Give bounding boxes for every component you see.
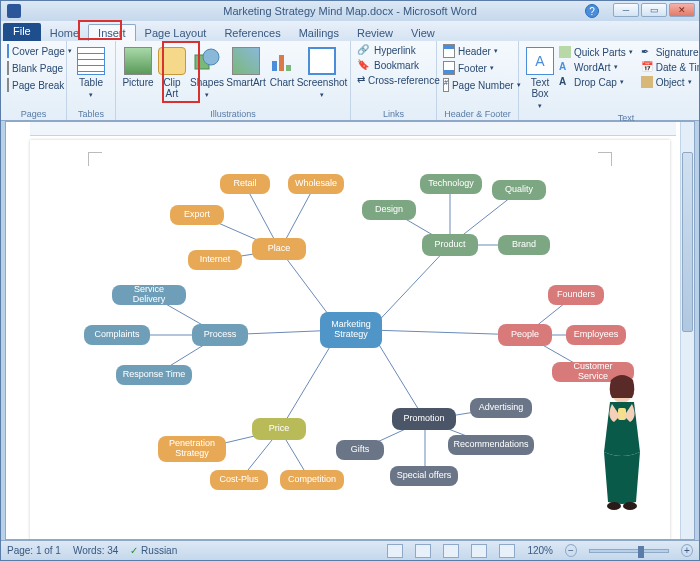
ribbon: Cover Page ▾ Blank Page Page Break Pages… bbox=[1, 41, 699, 121]
vertical-scrollbar[interactable] bbox=[680, 122, 694, 539]
group-pages: Cover Page ▾ Blank Page Page Break Pages bbox=[1, 41, 67, 120]
scrollbar-thumb[interactable] bbox=[682, 152, 693, 332]
node-export[interactable]: Export bbox=[170, 205, 224, 225]
quickparts-button[interactable]: Quick Parts ▾ bbox=[557, 45, 635, 59]
node-promotion[interactable]: Promotion bbox=[392, 408, 456, 430]
cover-page-button[interactable]: Cover Page ▾ bbox=[5, 43, 62, 59]
maximize-button[interactable]: ▭ bbox=[641, 3, 667, 17]
group-links: 🔗Hyperlink 🔖Bookmark ⇄Cross-reference Li… bbox=[351, 41, 437, 120]
svg-rect-4 bbox=[286, 65, 291, 71]
node-tech[interactable]: Technology bbox=[420, 174, 482, 194]
tab-references[interactable]: References bbox=[215, 25, 289, 41]
shapes-icon bbox=[193, 47, 221, 75]
wordart-button[interactable]: AWordArt ▾ bbox=[557, 60, 635, 74]
node-competition[interactable]: Competition bbox=[280, 470, 344, 490]
minimize-button[interactable]: ─ bbox=[613, 3, 639, 17]
table-button[interactable]: Table▾ bbox=[71, 43, 111, 101]
chart-button[interactable]: Chart bbox=[266, 43, 298, 101]
view-print-button[interactable] bbox=[387, 544, 403, 558]
zoom-in-button[interactable]: + bbox=[681, 544, 693, 557]
page-break-button[interactable]: Page Break bbox=[5, 77, 62, 93]
node-people[interactable]: People bbox=[498, 324, 552, 346]
clipart-icon bbox=[158, 47, 186, 75]
tab-insert[interactable]: Insert bbox=[88, 24, 136, 41]
datetime-button[interactable]: 📅Date & Time bbox=[639, 60, 700, 74]
blank-page-button[interactable]: Blank Page bbox=[5, 60, 62, 76]
svg-point-34 bbox=[607, 502, 621, 510]
status-words[interactable]: Words: 34 bbox=[73, 545, 118, 556]
document-canvas[interactable]: Marketing Strategy Place Export Retail W… bbox=[5, 121, 695, 540]
zoom-out-button[interactable]: − bbox=[565, 544, 577, 557]
group-tables: Table▾ Tables bbox=[67, 41, 116, 120]
clipart-button[interactable]: Clip Art bbox=[156, 43, 188, 101]
node-founders[interactable]: Founders bbox=[548, 285, 604, 305]
clipart-woman[interactable] bbox=[592, 372, 652, 512]
svg-rect-2 bbox=[272, 61, 277, 71]
view-outline-button[interactable] bbox=[471, 544, 487, 558]
textbox-button[interactable]: AText Box▾ bbox=[523, 43, 557, 112]
header-button[interactable]: Header ▾ bbox=[441, 43, 514, 59]
tab-pagelayout[interactable]: Page Layout bbox=[136, 25, 216, 41]
bookmark-icon: 🔖 bbox=[357, 59, 371, 71]
ruler[interactable] bbox=[30, 122, 676, 136]
node-product[interactable]: Product bbox=[422, 234, 478, 256]
dropcap-icon: A bbox=[559, 76, 571, 88]
tab-review[interactable]: Review bbox=[348, 25, 402, 41]
node-resptime[interactable]: Response Time bbox=[116, 365, 192, 385]
titlebar: Marketing Strategy Mind Map.docx - Micro… bbox=[1, 1, 699, 21]
node-advertising[interactable]: Advertising bbox=[470, 398, 532, 418]
node-costplus[interactable]: Cost-Plus bbox=[210, 470, 268, 490]
node-process[interactable]: Process bbox=[192, 324, 248, 346]
screenshot-button[interactable]: Screenshot▾ bbox=[298, 43, 346, 101]
node-wholesale[interactable]: Wholesale bbox=[288, 174, 344, 194]
footer-button[interactable]: Footer ▾ bbox=[441, 60, 514, 76]
group-header-footer: Header ▾ Footer ▾ #Page Number ▾ Header … bbox=[437, 41, 519, 120]
node-gifts[interactable]: Gifts bbox=[336, 440, 384, 460]
view-web-button[interactable] bbox=[443, 544, 459, 558]
smartart-button[interactable]: SmartArt bbox=[226, 43, 266, 101]
status-page[interactable]: Page: 1 of 1 bbox=[7, 545, 61, 556]
break-icon bbox=[7, 78, 9, 92]
help-icon[interactable]: ? bbox=[585, 4, 599, 18]
node-internet[interactable]: Internet bbox=[188, 250, 242, 270]
bookmark-button[interactable]: 🔖Bookmark bbox=[355, 58, 432, 72]
shapes-button[interactable]: Shapes ▾ bbox=[188, 43, 226, 101]
tab-file[interactable]: File bbox=[3, 23, 41, 41]
tab-home[interactable]: Home bbox=[41, 25, 88, 41]
picture-button[interactable]: Picture bbox=[120, 43, 156, 101]
crossref-button[interactable]: ⇄Cross-reference bbox=[355, 73, 432, 87]
node-recommend[interactable]: Recommendations bbox=[448, 435, 534, 455]
zoom-thumb[interactable] bbox=[638, 546, 644, 558]
page-icon bbox=[7, 44, 9, 58]
node-complaints[interactable]: Complaints bbox=[84, 325, 150, 345]
object-button[interactable]: Object ▾ bbox=[639, 75, 700, 89]
pagenumber-button[interactable]: #Page Number ▾ bbox=[441, 77, 514, 93]
sigline-button[interactable]: ✒Signature Line ▾ bbox=[639, 45, 700, 59]
svg-point-1 bbox=[203, 49, 219, 65]
close-button[interactable]: ✕ bbox=[669, 3, 695, 17]
node-penstrat[interactable]: Penetration Strategy bbox=[158, 436, 226, 462]
quickparts-icon bbox=[559, 46, 571, 58]
node-center[interactable]: Marketing Strategy bbox=[320, 312, 382, 348]
dropcap-button[interactable]: ADrop Cap ▾ bbox=[557, 75, 635, 89]
svg-rect-33 bbox=[618, 408, 626, 420]
node-brand[interactable]: Brand bbox=[498, 235, 550, 255]
status-zoom[interactable]: 120% bbox=[527, 545, 553, 556]
node-quality[interactable]: Quality bbox=[492, 180, 546, 200]
tab-view[interactable]: View bbox=[402, 25, 444, 41]
hyperlink-button[interactable]: 🔗Hyperlink bbox=[355, 43, 432, 57]
node-place[interactable]: Place bbox=[252, 238, 306, 260]
document-title: Marketing Strategy Mind Map.docx - Micro… bbox=[223, 5, 477, 17]
document-page[interactable]: Marketing Strategy Place Export Retail W… bbox=[30, 140, 670, 540]
view-draft-button[interactable] bbox=[499, 544, 515, 558]
view-fullscreen-button[interactable] bbox=[415, 544, 431, 558]
node-special[interactable]: Special offers bbox=[390, 466, 458, 486]
node-price[interactable]: Price bbox=[252, 418, 306, 440]
node-employees[interactable]: Employees bbox=[566, 325, 626, 345]
status-lang[interactable]: ✓ Russian bbox=[130, 545, 177, 556]
node-design[interactable]: Design bbox=[362, 200, 416, 220]
zoom-slider[interactable] bbox=[589, 549, 669, 553]
node-servicedel[interactable]: Service Delivery bbox=[112, 285, 186, 305]
node-retail[interactable]: Retail bbox=[220, 174, 270, 194]
tab-mailings[interactable]: Mailings bbox=[290, 25, 348, 41]
